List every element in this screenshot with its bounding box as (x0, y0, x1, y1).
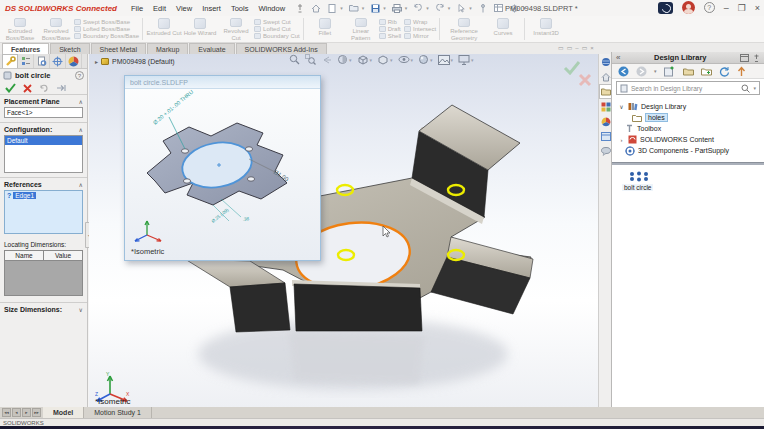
tab-configuration-manager[interactable] (34, 54, 50, 68)
extruded-cut-button[interactable]: Extruded Cut (146, 17, 182, 41)
wrap-button[interactable]: Wrap (404, 18, 436, 25)
curves-button[interactable]: Curves (485, 17, 521, 41)
menu-window[interactable]: Window (258, 4, 285, 13)
fillet-button[interactable]: Fillet (307, 17, 343, 41)
menu-view[interactable]: View (176, 4, 192, 13)
save-icon[interactable] (370, 3, 380, 13)
lofted-boss-base-button[interactable]: Lofted Boss/Base (74, 25, 139, 32)
boundary-cut-button[interactable]: Boundary Cut (254, 33, 300, 40)
section-view-icon[interactable]: ▾ (337, 54, 352, 65)
pm-help-icon[interactable]: ? (75, 71, 84, 80)
help-icon[interactable]: ? (704, 2, 715, 13)
home-icon[interactable] (311, 3, 321, 13)
menu-file[interactable]: File (131, 4, 143, 13)
search-dropdown-caret[interactable]: ▾ (753, 85, 756, 91)
linear-pattern-button[interactable]: Linear Pattern (343, 17, 379, 41)
lofted-cut-button[interactable]: Lofted Cut (254, 25, 300, 32)
restore-button[interactable]: ❐ (738, 3, 746, 13)
document-window-controls[interactable]: ▭▭–▭× (558, 44, 597, 51)
intersect-button[interactable]: Intersect (404, 25, 436, 32)
pin-keep-visible-icon[interactable] (56, 84, 66, 92)
zoom-to-area-icon[interactable] (305, 54, 316, 65)
locating-dimensions-table[interactable]: Name Value (4, 250, 83, 296)
minimize-button[interactable]: – (724, 3, 729, 13)
reference-geometry-button[interactable]: Reference Geometry (443, 17, 485, 41)
tab-model[interactable]: Model (43, 407, 84, 418)
viewport-feature-tree[interactable]: ▸ PM009498 (Default) (95, 58, 175, 65)
tree-item-solidworks-content[interactable]: › SOLIDWORKS Content (618, 134, 764, 145)
view-settings-icon[interactable]: ▾ (458, 55, 474, 65)
undo-arrow-icon[interactable] (39, 84, 49, 93)
3dexperience-compass-icon[interactable] (658, 2, 673, 14)
select-icon[interactable] (456, 3, 466, 13)
menu-edit[interactable]: Edit (153, 4, 166, 13)
menu-tools[interactable]: Tools (231, 4, 249, 13)
tree-item-holes[interactable]: holes (618, 112, 764, 123)
print-icon[interactable] (392, 3, 402, 13)
view-orientation-icon[interactable]: ▾ (357, 54, 373, 65)
references-listbox[interactable]: ? Edge1 (4, 190, 83, 234)
ok-check-icon[interactable] (5, 83, 16, 93)
close-button[interactable]: × (755, 3, 760, 13)
previous-view-icon[interactable] (321, 55, 332, 65)
menu-insert[interactable]: Insert (202, 4, 221, 13)
rib-button[interactable]: Rib (379, 18, 401, 25)
tree-root-label[interactable]: PM009498 (Default) (112, 58, 175, 65)
revolved-boss-base-button[interactable]: Revolved Boss/Base (38, 17, 74, 41)
placement-plane-section[interactable]: Placement Plane∧ (0, 95, 87, 106)
configuration-listbox[interactable]: Default (4, 135, 83, 173)
tab-scroll-buttons[interactable]: ◂◂◂▸▸▸ (0, 407, 43, 418)
boundary-boss-base-button[interactable]: Boundary Boss/Base (74, 33, 139, 40)
display-style-icon[interactable]: ▾ (377, 54, 393, 65)
pane-pin-icon[interactable] (753, 54, 760, 62)
attach-icon[interactable] (478, 3, 488, 13)
pane-options-icon[interactable] (740, 54, 749, 62)
library-preview-window[interactable]: bolt circle.SLDLFP Ø.20 (124, 75, 321, 261)
swept-boss-base-button[interactable]: Swept Boss/Base (74, 18, 139, 25)
refresh-icon[interactable] (719, 66, 730, 77)
tab-property-manager[interactable] (2, 54, 18, 68)
instant3d-button[interactable]: Instant3D (528, 17, 564, 41)
tab-motion-study-1[interactable]: Motion Study 1 (84, 407, 152, 418)
shell-button[interactable]: Shell (379, 33, 401, 40)
zoom-to-fit-icon[interactable] (289, 54, 300, 65)
hide-show-items-icon[interactable]: ▾ (398, 55, 414, 64)
tab-evaluate[interactable]: Evaluate (189, 43, 234, 54)
tab-features[interactable]: Features (2, 43, 49, 54)
user-avatar[interactable] (682, 1, 695, 14)
reference-edge-item[interactable]: Edge1 (13, 192, 36, 199)
tree-item-design-library[interactable]: ∨ Design Library (618, 101, 764, 112)
tab-display-manager[interactable] (66, 54, 82, 68)
library-item-bolt-circle[interactable]: bolt circle (622, 171, 764, 191)
up-level-icon[interactable] (737, 66, 746, 77)
edit-appearance-icon[interactable]: ▾ (418, 54, 433, 65)
tab-sketch[interactable]: Sketch (50, 43, 89, 54)
cancel-x-icon[interactable] (23, 84, 32, 93)
tab-sheet-metal[interactable]: Sheet Metal (91, 43, 146, 54)
open-icon[interactable] (349, 3, 359, 13)
add-to-library-icon[interactable] (664, 66, 676, 77)
search-icon[interactable] (741, 84, 750, 93)
confirm-cancel-icon[interactable] (578, 73, 592, 87)
library-item-label[interactable]: bolt circle (622, 184, 653, 191)
apply-scene-icon[interactable]: ▾ (438, 55, 454, 65)
create-folder-icon[interactable] (701, 66, 712, 76)
mirror-button[interactable]: Mirror (404, 33, 436, 40)
tab-feature-manager-tree[interactable] (18, 54, 34, 68)
tree-item-3d-components[interactable]: 3D Components - PartSupply (618, 145, 764, 156)
forward-icon[interactable] (636, 66, 647, 77)
tab-markup[interactable]: Markup (147, 43, 188, 54)
redo-icon[interactable] (435, 3, 445, 13)
configuration-selected[interactable]: Default (5, 136, 82, 145)
configuration-section[interactable]: Configuration:∧ (0, 123, 87, 134)
back-icon[interactable] (618, 66, 629, 77)
pin-icon[interactable] (295, 3, 305, 13)
undo-icon[interactable] (413, 3, 423, 13)
references-section[interactable]: References∧ (0, 178, 87, 189)
extruded-boss-base-button[interactable]: Extruded Boss/Base (2, 17, 38, 41)
table-icon[interactable] (494, 3, 504, 13)
add-file-location-icon[interactable] (683, 66, 694, 76)
size-dimensions-section[interactable]: Size Dimensions:∨ (0, 303, 87, 314)
new-document-icon[interactable] (327, 3, 337, 13)
tree-expand-arrow[interactable]: ▸ (95, 58, 98, 65)
